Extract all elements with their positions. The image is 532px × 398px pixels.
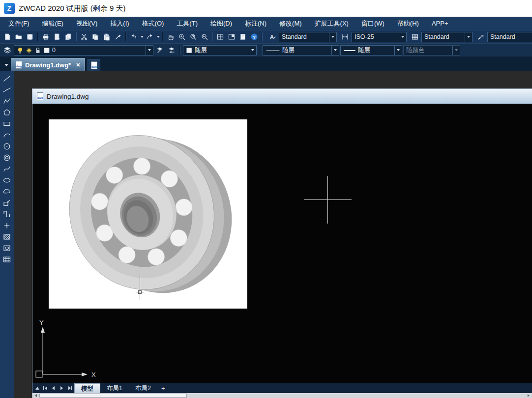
undo-button[interactable] (128, 31, 139, 42)
menu-item-tools[interactable]: 工具(T) (170, 17, 204, 30)
tool-revision-cloud-button[interactable] (1, 187, 12, 196)
redo-button[interactable] (145, 31, 155, 42)
copy-button[interactable] (90, 31, 101, 42)
document-tabbar: dwg Drawing1.dwg* ✕ dwg (0, 57, 532, 71)
menu-item-express-tools[interactable]: 扩展工具(X) (308, 17, 355, 30)
menu-item-window[interactable]: 窗口(W) (355, 17, 391, 30)
next-tab-button[interactable] (58, 384, 66, 393)
drawing-window-titlebar[interactable]: dwg Drawing1.dwg (32, 89, 532, 104)
tool-line-button[interactable] (1, 74, 12, 83)
scroll-right-icon[interactable] (525, 393, 532, 398)
tool-ellipse-button[interactable] (1, 175, 12, 185)
menu-item-draw[interactable]: 绘图(D) (204, 17, 238, 30)
lineweight-select[interactable]: 随层 (340, 45, 402, 56)
table-style-select[interactable]: Standard (421, 32, 473, 42)
tool-table-button[interactable] (1, 255, 12, 264)
make-object-layer-current-button[interactable] (154, 45, 165, 56)
last-tab-button[interactable] (66, 384, 74, 393)
named-views-button[interactable] (226, 31, 237, 42)
new-drawing-tab-button[interactable]: dwg (88, 59, 100, 71)
toolbar-separator (179, 46, 180, 55)
tool-polygon-button[interactable] (1, 108, 12, 117)
toolbar-separator (162, 32, 163, 41)
text-style-select[interactable]: Standard (279, 32, 337, 42)
tool-region-button[interactable] (1, 243, 12, 253)
tool-circle-button[interactable] (1, 142, 12, 151)
tool-hatch-button[interactable] (1, 232, 12, 241)
open-file-button[interactable] (13, 31, 24, 42)
previous-tab-button[interactable] (49, 384, 58, 393)
publish-button[interactable] (63, 31, 74, 42)
sheet-set-button[interactable] (237, 31, 248, 42)
menu-item-file[interactable]: 文件(F) (2, 17, 36, 30)
menu-item-format[interactable]: 格式(O) (136, 17, 171, 30)
layer-properties-button[interactable] (2, 45, 13, 56)
tab-list-button[interactable] (34, 384, 41, 393)
menu-item-modify[interactable]: 修改(M) (273, 17, 308, 30)
scrollbar-thumb[interactable] (39, 394, 187, 398)
color-select[interactable]: 随层 (183, 45, 257, 56)
menu-item-dimension[interactable]: 标注(N) (238, 17, 273, 30)
tool-rectangle-button[interactable] (1, 119, 12, 128)
text-style-manager-button[interactable]: A (267, 31, 278, 42)
add-layout-button[interactable]: + (157, 383, 169, 393)
undo-dropdown-button[interactable] (140, 31, 144, 42)
properties-toolbar: 0 随层 随层 随层 随颜色 (0, 43, 532, 57)
menu-item-app-plus[interactable]: APP+ (425, 17, 455, 30)
document-tab-drawing1[interactable]: dwg Drawing1.dwg* ✕ (11, 58, 85, 71)
publish-icon (64, 33, 72, 41)
zoom-realtime-button[interactable] (177, 31, 187, 42)
tool-construction-line-button[interactable] (1, 85, 12, 94)
mleader-style-group: Standard (475, 31, 532, 42)
menu-item-insert[interactable]: 插入(I) (104, 17, 135, 30)
mleader-style-select[interactable]: Standard (487, 32, 532, 42)
cut-button[interactable] (79, 31, 89, 42)
viewports-button[interactable] (215, 31, 226, 42)
linetype-select[interactable]: 随层 (263, 45, 339, 56)
save-button[interactable] (25, 31, 35, 42)
layer-previous-button[interactable] (166, 45, 177, 56)
zoom-previous-button[interactable] (199, 31, 210, 42)
dim-style-manager-button[interactable] (340, 31, 351, 42)
tab-layout2[interactable]: 布局2 (129, 383, 157, 393)
tool-arc-button[interactable] (1, 130, 12, 140)
tool-make-block-button[interactable] (1, 209, 12, 219)
tab-model[interactable]: 模型 (74, 383, 100, 393)
bearing-3d-image[interactable] (49, 119, 247, 309)
zoom-window-button[interactable] (188, 31, 199, 42)
first-tab-button[interactable] (41, 384, 49, 393)
tool-spline-button[interactable] (1, 164, 12, 173)
drawing-canvas[interactable]: Y X (32, 104, 532, 383)
layer-name-value: 0 (52, 47, 144, 54)
pan-button[interactable] (165, 31, 176, 42)
tool-insert-block-button[interactable] (1, 198, 12, 207)
close-tab-icon[interactable]: ✕ (76, 62, 80, 68)
tab-layout1[interactable]: 布局1 (100, 383, 129, 393)
paste-button[interactable] (101, 31, 112, 42)
table-style-manager-button[interactable] (410, 31, 420, 42)
tool-point-button[interactable] (1, 221, 12, 230)
mleader-style-manager-button[interactable] (475, 31, 486, 42)
scroll-left-icon[interactable] (32, 393, 39, 398)
redo-dropdown-button[interactable] (156, 31, 160, 42)
zwcad-window: { "titlebar": { "title": "ZWCAD 2020 试用版… (0, 0, 532, 398)
document-tab-menu-button[interactable] (2, 58, 11, 71)
menu-item-edit[interactable]: 编辑(E) (36, 17, 70, 30)
layer-select[interactable]: 0 (14, 45, 153, 56)
main-area: dwg Drawing1.dwg (0, 71, 532, 398)
plot-button[interactable] (40, 31, 51, 42)
donut-icon (2, 153, 11, 162)
menu-item-view[interactable]: 视图(V) (70, 17, 104, 30)
new-file-button[interactable] (2, 31, 13, 42)
pan-hand-icon (167, 33, 175, 41)
tool-donut-button[interactable] (1, 153, 12, 162)
print-preview-button[interactable] (52, 31, 62, 42)
horizontal-scrollbar[interactable] (32, 393, 532, 398)
dim-style-select[interactable]: ISO-25 (352, 32, 407, 42)
cursor-trace-line (140, 275, 140, 300)
help-button[interactable]: ? (249, 31, 260, 42)
copy-icon (91, 33, 99, 41)
menu-item-help[interactable]: 帮助(H) (391, 17, 425, 30)
match-properties-button[interactable] (113, 31, 123, 42)
tool-polyline-button[interactable] (1, 96, 12, 106)
